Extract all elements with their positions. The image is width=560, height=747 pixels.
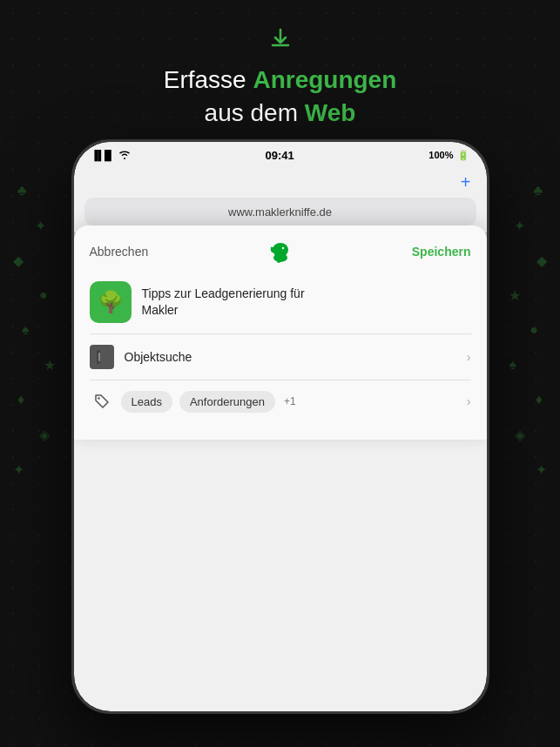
deco-symbol: ★ bbox=[44, 357, 56, 374]
tag-icon bbox=[90, 389, 114, 414]
deco-symbol: ◆ bbox=[13, 252, 24, 269]
deco-symbol: ★ bbox=[509, 287, 521, 304]
url-input[interactable]: www.maklerkniffe.de bbox=[84, 198, 476, 225]
notebook-label: Objektsuche bbox=[125, 350, 456, 364]
deco-symbol: ♦ bbox=[536, 392, 543, 407]
status-left: ▐▌█ bbox=[91, 150, 131, 161]
deco-symbol: ● bbox=[39, 287, 48, 303]
save-button[interactable]: Speichern bbox=[412, 245, 471, 259]
deco-symbol: ✦ bbox=[536, 461, 547, 478]
battery-label: 100% bbox=[428, 150, 453, 160]
svg-rect-8 bbox=[98, 353, 100, 361]
headline: Erfasse Anregungen aus dem Web bbox=[164, 64, 397, 130]
tag-anforderungen[interactable]: Anforderungen bbox=[179, 391, 275, 413]
top-section: Erfasse Anregungen aus dem Web bbox=[0, 26, 560, 130]
download-icon bbox=[268, 26, 293, 55]
svg-point-4 bbox=[281, 247, 283, 249]
website-content: Menü Makler-Kniffe 🌳 bbox=[74, 232, 487, 440]
tags-row[interactable]: Leads Anforderungen +1 › bbox=[74, 380, 487, 422]
tag-extra-count: +1 bbox=[284, 395, 296, 407]
phone-frame: ▐▌█ 09:41 100% 🔋 + bbox=[71, 139, 489, 714]
svg-point-9 bbox=[98, 397, 99, 399]
side-pattern-left: ♣ ✦ ◆ ● ♠ ★ ♦ ◈ ✦ bbox=[0, 174, 70, 522]
deco-symbol: ♠ bbox=[509, 357, 517, 373]
modal-overlay: Abbrechen bbox=[74, 232, 487, 440]
phone-mockup: ▐▌█ 09:41 100% 🔋 + bbox=[71, 139, 489, 714]
modal-item-title: Tipps zur Leadgenerierung fürMakler bbox=[142, 286, 305, 319]
notebook-row[interactable]: Objektsuche › bbox=[74, 334, 487, 380]
tags-chevron: › bbox=[467, 394, 471, 408]
deco-symbol: ● bbox=[530, 322, 538, 338]
phone-screen: ▐▌█ 09:41 100% 🔋 + bbox=[74, 142, 487, 711]
battery-icon: 🔋 bbox=[457, 150, 469, 161]
deco-symbol: ✦ bbox=[13, 461, 24, 478]
signal-icon: ▐▌█ bbox=[91, 150, 111, 160]
deco-symbol: ✦ bbox=[35, 218, 46, 234]
new-tab-button[interactable]: + bbox=[455, 172, 476, 192]
notebook-chevron: › bbox=[467, 350, 471, 364]
modal-tree-icon: 🌳 bbox=[90, 281, 132, 323]
evernote-logo bbox=[267, 238, 294, 266]
status-bar: ▐▌█ 09:41 100% 🔋 bbox=[74, 142, 487, 168]
deco-symbol: ◈ bbox=[515, 427, 525, 443]
deco-symbol: ♦ bbox=[17, 392, 24, 407]
modal-header: Abbrechen bbox=[74, 225, 487, 274]
cancel-button[interactable]: Abbrechen bbox=[90, 245, 149, 259]
svg-point-5 bbox=[273, 253, 287, 262]
modal-main-item: 🌳 Tipps zur Leadgenerierung fürMakler bbox=[74, 274, 487, 333]
tag-leads[interactable]: Leads bbox=[121, 391, 172, 413]
deco-symbol: ◈ bbox=[39, 427, 50, 443]
status-right: 100% 🔋 bbox=[428, 150, 469, 161]
side-pattern-right: ♣ ✦ ◆ ★ ● ♠ ♦ ◈ ✦ bbox=[490, 174, 560, 522]
safari-bar: + bbox=[74, 168, 487, 198]
modal-sheet: Abbrechen bbox=[74, 225, 487, 440]
deco-symbol: ◆ bbox=[536, 252, 547, 269]
wifi-icon bbox=[118, 150, 131, 161]
status-time: 09:41 bbox=[266, 149, 294, 162]
deco-symbol: ♣ bbox=[17, 183, 27, 199]
notebook-icon bbox=[90, 345, 114, 369]
deco-symbol: ♠ bbox=[22, 322, 30, 338]
deco-symbol: ✦ bbox=[514, 218, 525, 234]
deco-symbol: ♣ bbox=[534, 183, 543, 199]
